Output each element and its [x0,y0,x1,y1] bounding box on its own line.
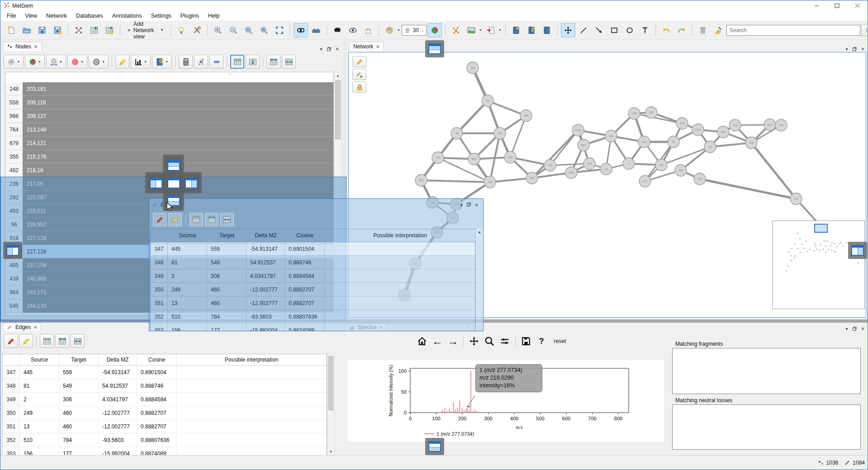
cell[interactable] [325,269,475,283]
minimap-viewport[interactable] [814,224,828,233]
floating-view-fit-rows-button[interactable] [205,213,218,226]
spectra-dock-menu-icon[interactable]: ▾ [846,326,848,331]
edges-table-row[interactable]: 34923064.03417970.8884584 [151,269,475,283]
cell[interactable]: 2 [168,269,207,283]
cluster-column-button[interactable] [194,55,208,69]
cell[interactable]: 0.8882707 [137,420,177,433]
home-button[interactable] [415,334,429,348]
cell[interactable]: 349 [3,393,20,406]
column-header-delta-mz[interactable]: Delta MZ [247,229,285,242]
floating-menu-icon[interactable]: ▾ [460,202,463,207]
line-tool-button[interactable] [576,23,591,38]
export-image-button[interactable] [464,23,479,38]
cell[interactable]: 352 [3,433,20,447]
floating-float-icon[interactable] [467,202,471,207]
nodes-table-row[interactable]: 764213,148 [5,123,333,136]
nodes-cell-mz[interactable]: 209,118 [23,96,333,109]
database-query-button[interactable] [509,23,523,38]
cell[interactable]: 249 [168,283,207,296]
nodes-cell-mz[interactable]: 209,127 [23,109,333,123]
spectra-float-icon[interactable] [853,327,857,331]
cell[interactable]: 0.88807636 [137,433,177,447]
cell[interactable]: 177 [207,324,247,331]
edges-scroll-down-icon[interactable]: ▼ [327,450,334,454]
cell[interactable]: 4.0341797 [247,269,285,283]
cell[interactable] [177,393,327,406]
maximize-button[interactable] [827,0,847,11]
floating-title-bar[interactable]: Edges ✕ ▾ ✕ [149,199,483,211]
export-report-button[interactable] [484,23,498,38]
spectra-close-icon[interactable]: ✕ [861,326,865,331]
floating-close-icon[interactable]: ✕ [475,202,479,207]
cell[interactable] [177,447,327,455]
undo-button[interactable] [659,23,674,38]
cell[interactable] [177,406,327,420]
floating-view-fit-columns-button[interactable] [220,213,234,226]
tools-button[interactable] [190,23,204,38]
network-close-icon[interactable]: ✕ [861,47,865,52]
cell[interactable]: 306 [59,393,99,406]
nodes-cell-mz[interactable]: 213,148 [23,123,333,136]
scroll-up-icon[interactable]: ▲ [334,74,342,78]
pie-columns-button[interactable]: ▾ [25,55,45,69]
minimap[interactable] [772,221,865,309]
cell[interactable]: 460 [59,420,99,433]
dock-target-center[interactable] [165,174,182,192]
row-header[interactable]: 679 [5,136,23,150]
view-fit-rows-button[interactable] [55,334,69,348]
cell[interactable]: 350 [3,406,20,420]
cell[interactable]: -93.5603 [247,310,285,324]
view-standard-button[interactable] [230,55,244,69]
column-header-target[interactable]: Target [59,354,99,365]
ring-column-button[interactable]: ▾ [89,55,109,69]
fit-to-window-button[interactable] [272,23,287,38]
floating-highlight-red-button[interactable] [153,213,166,226]
cell[interactable]: 460 [207,283,247,296]
database-plain-button[interactable] [540,23,554,38]
close-button[interactable] [847,0,868,11]
zoom-button[interactable] [483,334,496,348]
link-views-button[interactable] [294,23,308,38]
highlight-yellow-button[interactable] [19,334,33,348]
back-button[interactable]: ← [431,334,444,348]
cell[interactable]: 510 [168,310,207,324]
tab-nodes-close-icon[interactable]: ✕ [34,44,38,49]
cell[interactable] [325,310,475,324]
text-tool-button[interactable] [638,23,652,38]
cell[interactable]: 0.888746 [285,256,325,269]
cell[interactable]: 81 [20,379,59,393]
cell[interactable]: 0.8874089 [285,324,325,331]
zoom-out-button[interactable] [226,23,241,38]
edges-table-row[interactable]: 35113460-12.0027770.8882707 [151,296,475,310]
save-project-as-button[interactable] [50,23,65,38]
nodes-float-icon[interactable] [327,47,331,51]
cell[interactable]: 510 [20,433,59,447]
node-palette-button[interactable] [382,23,397,38]
cell[interactable]: 0.8882707 [285,296,325,310]
cell[interactable]: 445 [168,242,207,256]
cell[interactable]: 348 [3,379,20,393]
cell[interactable]: 13 [168,296,207,310]
search-input[interactable] [726,25,860,36]
edges-table-row[interactable]: 350249460-12.0027770.8882707 [3,406,327,420]
view-fit-rows-button[interactable] [266,55,280,69]
matching-fragments-list[interactable] [672,348,861,394]
edges-table-row[interactable]: 35113460-12.0027770.8882707 [3,420,327,433]
row-header[interactable]: 558 [5,96,23,109]
edges-table-row[interactable]: 352510784-93.56030.88807636 [151,310,475,324]
floating-edges-panel[interactable]: Edges ✕ ▾ ✕ SourceTargetDelta MZCosinePo… [149,198,484,331]
lock-button[interactable] [352,81,366,93]
cell[interactable]: 249 [20,406,59,420]
cell[interactable]: 460 [207,296,247,310]
rect-tool-button[interactable] [607,23,621,38]
tab-edges[interactable]: Edges ✕ [3,323,41,331]
menu-plugins[interactable]: Plugins [176,12,204,20]
edges-table-row[interactable]: 353156177-15.9920040.8874089 [3,447,327,455]
cell[interactable] [325,242,475,256]
highlight-yellow-button[interactable] [115,55,129,69]
dock-indicator-top[interactable] [425,40,444,57]
cell[interactable]: 156 [168,324,207,331]
cell[interactable]: 350 [151,283,168,296]
cell[interactable]: 306 [207,269,247,283]
tab-edges-close-icon[interactable]: ✕ [33,325,37,330]
